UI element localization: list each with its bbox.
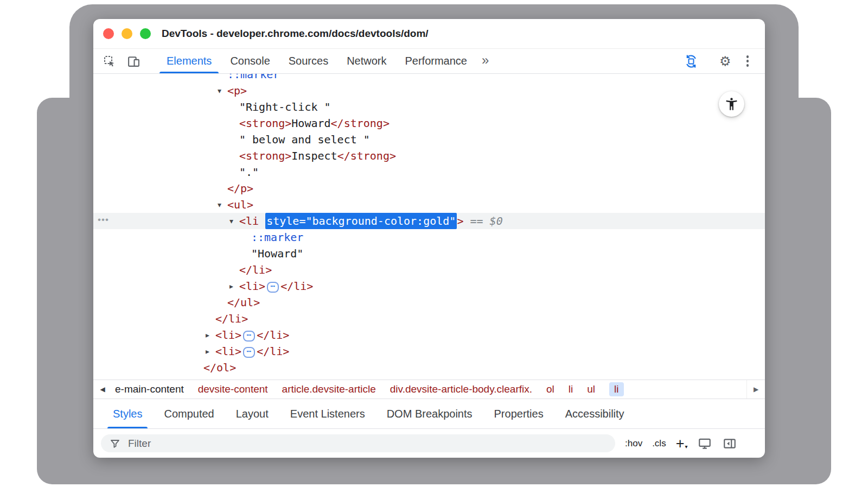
dom-tree-row[interactable]: ▾<p> [93, 83, 765, 99]
tab-elements[interactable]: Elements [157, 49, 221, 73]
dom-tree-row[interactable]: ::marker [93, 229, 765, 245]
tab-sources[interactable]: Sources [279, 49, 337, 73]
code-token: == [463, 214, 489, 227]
tab-dom-breakpoints[interactable]: DOM Breakpoints [376, 399, 483, 428]
breadcrumb-item-devsite-content[interactable]: devsite-content [198, 383, 268, 395]
code-token: ::marker [227, 74, 279, 81]
tab-network[interactable]: Network [337, 49, 395, 73]
collapsed-content-button[interactable]: ⋯ [243, 347, 255, 358]
breadcrumb-item-e-main-content[interactable]: e-main-content [115, 383, 184, 395]
expand-arrow-icon[interactable]: ▾ [218, 197, 221, 213]
breadcrumb-scroll-right-button[interactable]: ▶ [746, 380, 765, 399]
collapse-arrow-icon[interactable]: ▸ [229, 278, 233, 294]
filter-input[interactable] [128, 438, 584, 450]
settings-gear-icon[interactable]: ⚙ [719, 55, 731, 68]
dom-tree-row[interactable]: </li> [93, 262, 765, 278]
dom-tree-row[interactable]: </ol> [93, 359, 765, 376]
chevron-down-icon: ▾ [685, 444, 687, 450]
tab-styles[interactable]: Styles [102, 399, 153, 428]
code-token: </strong> [337, 149, 396, 162]
row-overflow-menu-icon[interactable]: ••• [98, 212, 109, 228]
breadcrumb-item-div-devsite-article-body-clearfix-[interactable]: div.devsite-article-body.clearfix. [390, 383, 532, 395]
breadcrumb-item-ul[interactable]: ul [587, 383, 595, 395]
tab-layout[interactable]: Layout [225, 399, 279, 428]
dom-tree-row[interactable]: <strong>Inspect</strong> [93, 148, 765, 164]
styles-toolbar: :hov .cls + ▾ [93, 428, 765, 458]
collapsed-content-button[interactable]: ⋯ [267, 282, 279, 293]
inspect-element-icon[interactable] [102, 54, 117, 69]
minimize-button[interactable] [122, 28, 132, 39]
code-token: <strong> [239, 117, 291, 130]
code-token: $0 [490, 214, 503, 227]
title-bar: DevTools - developer.chrome.com/docs/dev… [93, 19, 765, 49]
code-token: "." [239, 166, 259, 179]
code-token: style="background-color:gold" [265, 213, 457, 229]
breadcrumb-item-li[interactable]: li [609, 382, 623, 396]
collapse-arrow-icon[interactable]: ▸ [206, 343, 209, 359]
expand-arrow-icon[interactable]: ▾ [218, 83, 221, 99]
stage: DevTools - developer.chrome.com/docs/dev… [0, 0, 868, 493]
breadcrumb-item-li[interactable]: li [569, 383, 573, 395]
three-dot-menu-icon[interactable] [743, 54, 752, 68]
dom-tree-row[interactable]: "." [93, 164, 765, 180]
window-title: DevTools - developer.chrome.com/docs/dev… [162, 28, 429, 40]
element-classes-button[interactable]: .cls [652, 438, 666, 449]
dom-tree-row[interactable]: ▾<ul> [93, 197, 765, 213]
tab-performance[interactable]: Performance [396, 49, 477, 73]
dom-tree-row[interactable]: •••▾<li style="background-color:gold"> =… [93, 213, 765, 229]
sidebar-toggle-icon[interactable] [722, 436, 737, 451]
dom-tree-row[interactable]: </ul> [93, 294, 765, 311]
accessibility-person-icon [724, 97, 739, 111]
collapsed-content-button[interactable]: ⋯ [243, 331, 255, 342]
breadcrumb-scroll-left-button[interactable]: ◀ [93, 380, 112, 399]
tab-properties[interactable]: Properties [483, 399, 554, 428]
dom-tree-row[interactable]: </p> [93, 180, 765, 197]
dom-tree-row[interactable]: ▸<li>⋯</li> [93, 343, 765, 359]
code-token: <li> [215, 345, 241, 358]
dom-tree-row[interactable]: " below and select " [93, 131, 765, 148]
traffic-lights [103, 28, 151, 39]
breadcrumb-item-article-devsite-article[interactable]: article.devsite-article [282, 383, 376, 395]
code-token: </ul> [227, 296, 260, 309]
tab-accessibility[interactable]: Accessibility [554, 399, 635, 428]
breadcrumb-list: e-main-contentdevsite-contentarticle.dev… [112, 382, 624, 396]
more-panels-button[interactable]: » [476, 53, 494, 68]
collapse-arrow-icon[interactable]: ▸ [206, 327, 209, 343]
zoom-button[interactable] [140, 28, 151, 39]
dom-tree-row[interactable]: </li> [93, 311, 765, 327]
dom-tree: ::marker▾<p>"Right-click "<strong>Howard… [93, 74, 765, 380]
sync-icon[interactable] [684, 54, 699, 69]
device-toolbar-icon[interactable] [126, 54, 141, 69]
tab-console[interactable]: Console [221, 49, 279, 73]
code-token: "Howard" [251, 247, 303, 260]
dom-tree-row[interactable]: "Right-click " [93, 99, 765, 115]
toolbar-tabs: ElementsConsoleSourcesNetworkPerformance [157, 49, 476, 73]
code-token: </li> [215, 312, 248, 325]
styles-filter[interactable] [101, 434, 615, 452]
code-token: </li> [257, 328, 289, 342]
dom-tree-row[interactable]: ▸<li>⋯</li> [93, 327, 765, 343]
toggle-element-state-button[interactable]: :hov [625, 438, 642, 449]
toolbar-right: ⚙ [684, 54, 752, 69]
code-token: <li [239, 214, 265, 227]
close-button[interactable] [103, 28, 114, 39]
code-token: </li> [239, 263, 272, 276]
code-token: Howard [291, 117, 330, 130]
dom-tree-row[interactable]: <strong>Howard</strong> [93, 115, 765, 131]
breadcrumb-item-ol[interactable]: ol [546, 383, 554, 395]
code-token: " below and select " [239, 133, 370, 146]
tab-event-listeners[interactable]: Event Listeners [279, 399, 376, 428]
accessibility-fab[interactable] [719, 91, 744, 117]
code-token: > [457, 214, 463, 227]
expand-arrow-icon[interactable]: ▾ [229, 213, 233, 229]
tab-computed[interactable]: Computed [153, 399, 225, 428]
breadcrumb: ◀ e-main-contentdevsite-contentarticle.d… [93, 380, 765, 399]
devtools-toolbar: ElementsConsoleSourcesNetworkPerformance… [93, 49, 765, 74]
rendering-emulation-icon[interactable] [697, 436, 712, 451]
dom-tree-row[interactable]: "Howard" [93, 245, 765, 262]
new-style-rule-button[interactable]: + ▾ [676, 438, 688, 450]
dom-tree-row[interactable]: ▸<li>⋯</li> [93, 278, 765, 294]
dom-tree-row[interactable]: ::marker [93, 74, 765, 83]
filter-funnel-icon [107, 436, 123, 451]
code-token: </p> [227, 182, 253, 195]
